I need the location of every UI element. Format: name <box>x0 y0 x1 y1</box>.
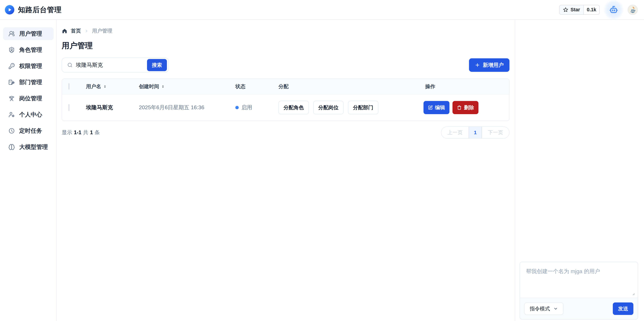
next-page-button[interactable]: 下一页 <box>482 127 509 138</box>
results-summary: 显示 1-1 共 1 条 <box>62 129 100 136</box>
github-star-widget[interactable]: Star 0.1k <box>559 5 600 15</box>
search-button[interactable]: 搜索 <box>147 59 167 71</box>
search-input[interactable] <box>76 62 144 68</box>
delete-button[interactable]: 删除 <box>452 101 478 114</box>
sidebar-item-scheduled-tasks[interactable]: 定时任务 <box>3 124 54 137</box>
assistant-panel: 指令模式 发送 <box>515 20 644 321</box>
shield-user-icon <box>8 47 15 53</box>
brain-icon <box>8 144 15 150</box>
sidebar-item-label: 部门管理 <box>19 78 42 86</box>
mode-select-button[interactable]: 指令模式 <box>524 302 564 315</box>
sidebar-item-users[interactable]: 用户管理 <box>3 27 54 40</box>
created-time: 2025年6月6日星期五 16:36 <box>139 104 204 110</box>
trash-icon <box>457 105 462 110</box>
chat-footer: 指令模式 发送 <box>520 298 638 319</box>
chevron-right-icon <box>84 29 89 33</box>
table-row: 埃隆马斯克 2025年6月6日星期五 16:36 启用 分配角色 分配岗位 分配… <box>62 94 509 121</box>
sidebar-item-label: 岗位管理 <box>19 94 42 102</box>
breadcrumb: 首页 用户管理 <box>62 28 510 34</box>
sidebar-item-label: 个人中心 <box>19 111 42 118</box>
status-dot <box>235 106 239 109</box>
users-table: 用户名 创建时间 状态 分配 操作 <box>62 78 510 121</box>
app-logo <box>5 5 14 14</box>
star-label: Star <box>570 7 580 12</box>
robot-icon <box>608 4 619 15</box>
sidebar-item-permissions[interactable]: 权限管理 <box>3 60 54 72</box>
select-all-checkbox[interactable] <box>68 83 69 90</box>
column-header-actions: 操作 <box>408 83 509 90</box>
search-box: 搜索 <box>62 58 168 72</box>
clock-icon <box>8 128 15 134</box>
sidebar-item-positions[interactable]: 岗位管理 <box>3 92 54 105</box>
chat-input-card: 指令模式 发送 <box>520 262 638 320</box>
sidebar-item-llm[interactable]: 大模型管理 <box>3 140 54 154</box>
table-footer: 显示 1-1 共 1 条 上一页 1 下一页 <box>62 126 510 138</box>
assign-department-button[interactable]: 分配部门 <box>348 101 378 114</box>
main-content: 首页 用户管理 用户管理 搜索 新增用户 <box>57 20 515 321</box>
column-header-name[interactable]: 用户名 <box>81 83 134 90</box>
search-icon <box>67 62 73 68</box>
star-button[interactable]: Star <box>560 5 584 14</box>
page-number-1[interactable]: 1 <box>469 127 482 138</box>
column-header-assign: 分配 <box>274 83 408 90</box>
star-icon <box>563 7 568 12</box>
status-cell: 启用 <box>230 104 274 111</box>
prev-page-button[interactable]: 上一页 <box>441 127 469 138</box>
assign-role-button[interactable]: 分配角色 <box>278 101 309 114</box>
sidebar-item-label: 角色管理 <box>19 46 42 54</box>
home-icon[interactable] <box>62 28 68 34</box>
sidebar-item-label: 权限管理 <box>19 62 42 70</box>
sidebar-item-label: 大模型管理 <box>19 143 48 151</box>
user-avatar[interactable] <box>628 5 638 15</box>
plus-icon <box>475 62 480 68</box>
sidebar-item-departments[interactable]: 部门管理 <box>3 76 54 89</box>
pagination: 上一页 1 下一页 <box>441 126 510 138</box>
assistant-toggle[interactable] <box>604 0 624 20</box>
column-header-status: 状态 <box>230 83 274 90</box>
sort-icon[interactable] <box>161 85 165 88</box>
breadcrumb-current: 用户管理 <box>92 28 112 34</box>
breadcrumb-home[interactable]: 首页 <box>71 28 81 34</box>
sidebar-item-profile[interactable]: 个人中心 <box>3 108 54 121</box>
row-checkbox[interactable] <box>68 104 69 111</box>
user-name: 埃隆马斯克 <box>86 104 113 111</box>
sidebar-item-label: 定时任务 <box>19 127 42 135</box>
send-button[interactable]: 发送 <box>613 302 634 315</box>
app-header: 知路后台管理 Star 0.1k <box>0 0 644 20</box>
sidebar: 用户管理 角色管理 权限管理 部门管理 岗位管理 <box>0 20 57 321</box>
toolbar: 搜索 新增用户 <box>62 58 510 72</box>
chevron-down-icon <box>553 306 558 311</box>
key-icon <box>8 63 15 69</box>
java-logo-icon <box>628 6 637 14</box>
users-icon <box>8 30 15 37</box>
edit-pencil-icon <box>428 105 433 110</box>
resize-handle-icon[interactable] <box>631 292 635 296</box>
sort-icon[interactable] <box>103 85 107 88</box>
sidebar-item-roles[interactable]: 角色管理 <box>3 44 54 56</box>
star-count[interactable]: 0.1k <box>584 5 599 14</box>
page-title: 用户管理 <box>62 40 510 51</box>
edit-button[interactable]: 编辑 <box>424 101 450 114</box>
assign-position-button[interactable]: 分配岗位 <box>313 101 344 114</box>
panel-wrench-icon <box>8 79 15 86</box>
table-header-row: 用户名 创建时间 状态 分配 操作 <box>62 79 509 94</box>
user-gear-icon <box>8 112 15 118</box>
chat-message-input[interactable] <box>520 262 638 298</box>
graduate-icon <box>8 95 15 102</box>
column-header-created[interactable]: 创建时间 <box>134 83 230 90</box>
status-text: 启用 <box>242 104 252 111</box>
add-user-button[interactable]: 新增用户 <box>469 58 510 72</box>
play-icon <box>7 7 12 13</box>
sidebar-item-label: 用户管理 <box>19 30 42 38</box>
app-title: 知路后台管理 <box>18 5 62 14</box>
